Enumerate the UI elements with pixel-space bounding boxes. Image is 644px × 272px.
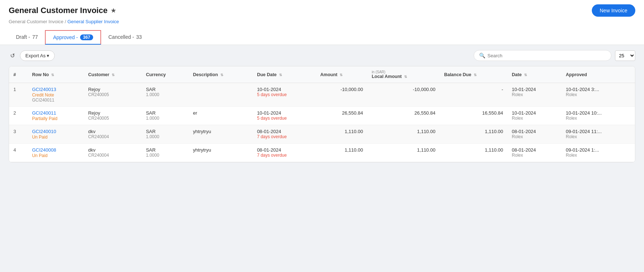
cell-description xyxy=(189,83,253,107)
search-input[interactable] xyxy=(487,53,606,58)
breadcrumb-link[interactable]: General Supplier Invoice xyxy=(67,19,119,24)
cell-approved: 10-01-2024 3:... Rolex xyxy=(561,83,635,107)
tab-approved-label: Approved - xyxy=(53,34,78,40)
col-local-amount[interactable]: in (SAR) Local Amount ⇅ xyxy=(367,66,440,83)
customer-sub: CR240005 xyxy=(88,116,137,121)
cell-approved: 10-01-2024 10:... Rolex xyxy=(561,107,635,125)
export-button[interactable]: Export As ▾ xyxy=(20,50,55,61)
col-description[interactable]: Description ⇅ xyxy=(189,66,253,83)
invoice-id-link[interactable]: GCI240008 xyxy=(32,147,79,153)
cell-row-no: GCI240008 Un Paid xyxy=(28,144,84,162)
page-header: General Customer Invoice ★ New Invoice G… xyxy=(0,0,644,45)
invoice-id-link[interactable]: GCI240013 xyxy=(32,87,79,92)
col-date[interactable]: Date ⇅ xyxy=(507,66,561,83)
approved-sub: Rolex xyxy=(566,153,631,158)
cell-date: 10-01-2024 Rolex xyxy=(507,107,561,125)
row-no-sub2: GCI240011 xyxy=(32,98,79,103)
customer-sub: CR240005 xyxy=(88,92,137,97)
col-amount[interactable]: Amount ⇅ xyxy=(316,66,367,83)
cell-description: yhtrytryu xyxy=(189,125,253,144)
cell-num: 1 xyxy=(9,83,28,107)
cell-date: 10-01-2024 Rolex xyxy=(507,83,561,107)
search-icon: 🔍 xyxy=(479,53,485,58)
page-title: General Customer Invoice xyxy=(9,6,108,15)
date-sub: Rolex xyxy=(512,134,557,139)
due-date-value: 10-01-2024 xyxy=(257,110,281,116)
due-date-value: 08-01-2024 xyxy=(257,147,281,153)
search-box: 🔍 xyxy=(474,50,611,61)
table-row[interactable]: 3 GCI240010 Un Paid dkv CR240004 SAR 1.0… xyxy=(9,125,635,144)
toolbar-right: 🔍 25 50 100 xyxy=(474,50,635,61)
table-body: 1 GCI240013 Credit Note GCI240011 Rejoy … xyxy=(9,83,635,162)
cell-balance-due: 1,110.00 xyxy=(440,144,507,162)
table-row[interactable]: 1 GCI240013 Credit Note GCI240011 Rejoy … xyxy=(9,83,635,107)
col-due-date[interactable]: Due Date ⇅ xyxy=(253,66,316,83)
overdue-text: 5 days overdue xyxy=(257,92,312,97)
cell-currency: SAR 1.0000 xyxy=(142,125,189,144)
cell-local-amount: 1,110.00 xyxy=(367,125,440,144)
page-size-select[interactable]: 25 50 100 xyxy=(615,50,635,61)
table-header-row: # Row No ⇅ Customer ⇅ Currency Descripti… xyxy=(9,66,635,83)
approved-value: 10-01-2024 3:... xyxy=(566,87,599,92)
date-value: 08-01-2024 xyxy=(512,129,536,134)
title-area: General Customer Invoice ★ xyxy=(9,6,116,15)
approved-sub: Rolex xyxy=(566,134,631,139)
date-value: 10-01-2024 xyxy=(512,87,536,92)
currency-rate: 1.0000 xyxy=(146,92,184,97)
status-tag: Un Paid xyxy=(32,135,47,140)
table-wrapper: # Row No ⇅ Customer ⇅ Currency Descripti… xyxy=(9,66,635,162)
cell-due-date: 10-01-2024 5 days overdue xyxy=(253,107,316,125)
date-value: 10-01-2024 xyxy=(512,110,536,116)
overdue-text: 7 days overdue xyxy=(257,153,312,158)
refresh-button[interactable]: ↺ xyxy=(9,51,16,61)
currency-rate: 1.0000 xyxy=(146,116,184,121)
cell-balance-due: 1,110.00 xyxy=(440,125,507,144)
currency-value: SAR xyxy=(146,87,156,92)
col-balance-due[interactable]: Balance Due ⇅ xyxy=(440,66,507,83)
invoice-id-link[interactable]: GCI240010 xyxy=(32,129,79,134)
currency-rate: 1.0000 xyxy=(146,134,184,139)
cell-amount: 1,110.00 xyxy=(316,125,367,144)
table-row[interactable]: 2 GCI240011 Partially Paid Rejoy CR24000… xyxy=(9,107,635,125)
main-content: # Row No ⇅ Customer ⇅ Currency Descripti… xyxy=(0,66,644,171)
customer-sub: CR240004 xyxy=(88,134,137,139)
cell-currency: SAR 1.0000 xyxy=(142,144,189,162)
customer-name: Rejoy xyxy=(88,87,100,92)
tab-draft-label: Draft - xyxy=(16,34,30,40)
col-currency: Currency xyxy=(142,66,189,83)
customer-sub: CR240004 xyxy=(88,153,137,158)
cell-local-amount: -10,000.00 xyxy=(367,83,440,107)
cell-customer: Rejoy CR240005 xyxy=(84,83,141,107)
tab-draft[interactable]: Draft - 77 xyxy=(9,30,45,45)
cell-due-date: 08-01-2024 7 days overdue xyxy=(253,125,316,144)
currency-value: SAR xyxy=(146,110,156,116)
new-invoice-button[interactable]: New Invoice xyxy=(592,4,635,17)
date-sub: Rolex xyxy=(512,92,557,97)
col-num: # xyxy=(9,66,28,83)
date-sub: Rolex xyxy=(512,153,557,158)
tab-draft-count: 77 xyxy=(32,34,38,40)
tab-cancelled[interactable]: Cancelled - 33 xyxy=(101,30,149,45)
toolbar-left: ↺ Export As ▾ xyxy=(9,50,55,61)
table-row[interactable]: 4 GCI240008 Un Paid dkv CR240004 SAR 1.0… xyxy=(9,144,635,162)
cell-num: 3 xyxy=(9,125,28,144)
col-row-no[interactable]: Row No ⇅ xyxy=(28,66,84,83)
tab-cancelled-label: Cancelled - xyxy=(108,34,134,40)
tab-approved[interactable]: Approved - 367 xyxy=(45,30,101,45)
cell-approved: 09-01-2024 1:... Rolex xyxy=(561,144,635,162)
cell-balance-due: - xyxy=(440,83,507,107)
invoice-id-link[interactable]: GCI240011 xyxy=(32,110,79,116)
cell-approved: 09-01-2024 11:... Rolex xyxy=(561,125,635,144)
cell-due-date: 08-01-2024 7 days overdue xyxy=(253,144,316,162)
cell-balance-due: 16,550.84 xyxy=(440,107,507,125)
cell-customer: dkv CR240004 xyxy=(84,125,141,144)
cell-row-no: GCI240013 Credit Note GCI240011 xyxy=(28,83,84,107)
cell-customer: dkv CR240004 xyxy=(84,144,141,162)
cell-customer: Rejoy CR240005 xyxy=(84,107,141,125)
customer-name: Rejoy xyxy=(88,110,100,116)
cell-local-amount: 26,550.84 xyxy=(367,107,440,125)
star-icon[interactable]: ★ xyxy=(111,7,116,15)
invoice-table: # Row No ⇅ Customer ⇅ Currency Descripti… xyxy=(9,66,635,162)
overdue-text: 7 days overdue xyxy=(257,134,312,139)
col-customer[interactable]: Customer ⇅ xyxy=(84,66,141,83)
